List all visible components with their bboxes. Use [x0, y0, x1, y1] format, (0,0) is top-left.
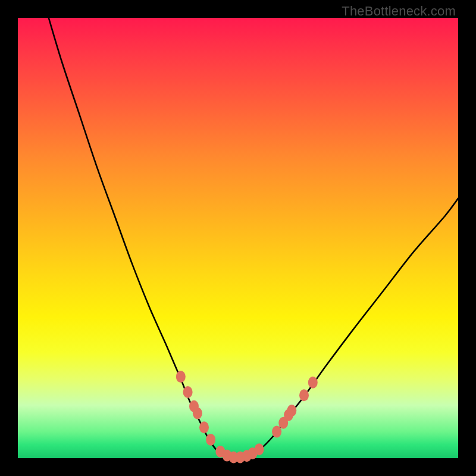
curve-marker [255, 443, 264, 455]
curve-marker [176, 371, 186, 383]
curve-marker [199, 421, 209, 433]
curve-marker [299, 389, 309, 401]
bottleneck-curve [49, 18, 458, 459]
curve-marker [287, 405, 296, 416]
chart-frame: TheBottleneck.com [0, 0, 476, 476]
curve-marker [206, 434, 215, 446]
watermark-text: TheBottleneck.com [342, 4, 456, 19]
curve-marker [308, 377, 318, 389]
curve-marker [183, 386, 193, 398]
curve-marker [272, 426, 281, 438]
curve-layer [18, 18, 458, 458]
marker-group [176, 371, 318, 463]
curve-marker [193, 408, 202, 419]
plot-area [18, 18, 458, 458]
